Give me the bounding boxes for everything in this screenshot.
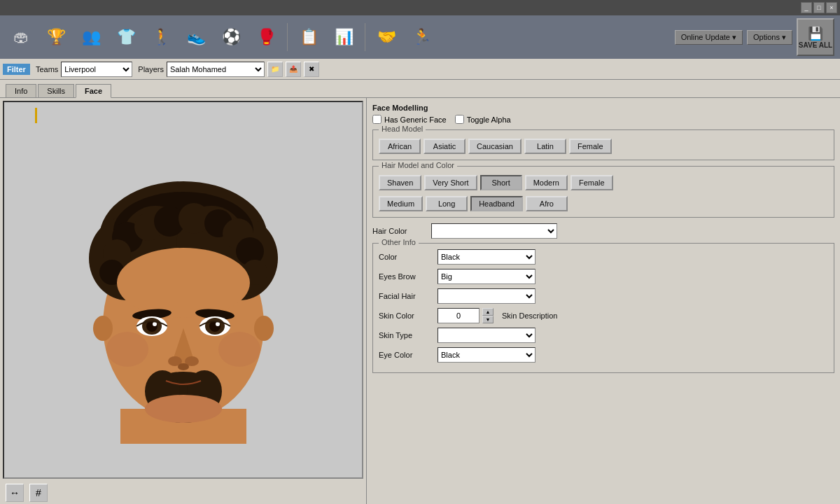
players-icon[interactable]: 👥: [76, 20, 106, 55]
tab-face[interactable]: Face: [76, 84, 111, 98]
trophy-icon[interactable]: 🏆: [41, 20, 71, 55]
delete-icon-button[interactable]: ✖: [304, 62, 319, 77]
eyes-brow-select[interactable]: Big Normal Small: [438, 269, 536, 284]
headband-btn[interactable]: Headband: [470, 196, 523, 211]
maximize-button[interactable]: □: [813, 2, 825, 13]
color-row: Color Black Brown Blonde: [379, 249, 828, 265]
svg-point-3: [93, 316, 113, 341]
short-btn[interactable]: Short: [480, 175, 522, 190]
hair-model-buttons-row2: Medium Long Headband Afro: [379, 193, 828, 211]
tab-info[interactable]: Info: [6, 84, 36, 97]
players-select[interactable]: Salah Mohamed Van Dijk Alisson: [167, 62, 265, 77]
face-options-row: Has Generic Face Toggle Alpha: [372, 115, 834, 124]
facial-hair-label: Facial Hair: [379, 292, 435, 300]
folder-icon-button[interactable]: 📁: [267, 62, 283, 77]
hair-color-row: Hair Color Black Brown Blonde: [372, 223, 834, 239]
filter-label: Filter: [3, 64, 30, 75]
face-modelling-title: Face Modelling: [372, 104, 834, 112]
eye-color-row: Eye Color Black Brown Blue Green: [379, 347, 828, 363]
svg-point-4: [254, 316, 274, 341]
svg-point-29: [153, 322, 157, 326]
skin-color-input[interactable]: [438, 308, 479, 323]
svg-point-23: [117, 248, 250, 318]
color-label: Color: [379, 253, 435, 261]
toggle-alpha-label: Toggle Alpha: [467, 115, 511, 124]
filter-bar: Filter Teams Liverpool Manchester City C…: [0, 59, 840, 80]
very-short-btn[interactable]: Very Short: [424, 175, 477, 190]
online-update-button[interactable]: Online Update ▾: [675, 30, 743, 45]
zoom-fit-button[interactable]: ↔: [6, 484, 24, 502]
latin-btn[interactable]: Latin: [524, 139, 566, 154]
toggle-alpha-checkbox[interactable]: [455, 115, 464, 124]
svg-point-36: [178, 363, 189, 370]
skin-color-spin: ▲ ▼: [482, 308, 493, 323]
other-info-group: Other Info Color Black Brown Blonde Eyes…: [372, 243, 834, 373]
eyes-brow-label: Eyes Brow: [379, 272, 435, 281]
training-icon[interactable]: 📊: [328, 20, 359, 55]
african-btn[interactable]: African: [379, 139, 421, 154]
tactics-icon[interactable]: 📋: [293, 20, 324, 55]
options-button[interactable]: Options ▾: [747, 30, 792, 45]
svg-point-33: [216, 322, 220, 326]
other-info-title: Other Info: [379, 238, 419, 246]
toggle-alpha-checkbox-item: Toggle Alpha: [455, 115, 511, 124]
players-label: Players: [138, 65, 164, 74]
skin-color-down[interactable]: ▼: [482, 316, 493, 323]
tab-skills[interactable]: Skills: [38, 84, 74, 97]
svg-point-44: [218, 332, 260, 367]
save-all-button[interactable]: 💾 SAVE ALL: [797, 18, 834, 56]
medium-btn[interactable]: Medium: [379, 196, 423, 211]
toolbar-divider2: [365, 23, 365, 51]
skin-color-up[interactable]: ▲: [482, 308, 493, 316]
eyes-brow-row: Eyes Brow Big Normal Small: [379, 269, 828, 284]
skin-color-label: Skin Color: [379, 312, 435, 320]
eye-color-select[interactable]: Black Brown Blue Green: [438, 347, 536, 363]
export-icon-button[interactable]: 📤: [286, 62, 301, 77]
person-icon[interactable]: 🚶: [146, 20, 176, 55]
ball-icon[interactable]: ⚽: [216, 20, 246, 55]
handshake-icon[interactable]: 🤝: [371, 20, 402, 55]
face-cursor: [35, 108, 37, 123]
hair-model-title: Hair Model and Color: [379, 161, 457, 169]
tab-bar: Info Skills Face: [0, 80, 840, 98]
boots-icon[interactable]: 👟: [181, 20, 211, 55]
save-all-label: SAVE ALL: [799, 41, 832, 49]
has-generic-face-checkbox-item: Has Generic Face: [372, 115, 447, 124]
face-canvas: [3, 101, 363, 479]
teams-select[interactable]: Liverpool Manchester City Chelsea: [61, 62, 132, 77]
hair-model-group: Hair Model and Color Shaven Very Short S…: [372, 166, 834, 218]
title-bar: _ □ ×: [0, 0, 840, 15]
face-svg: [64, 136, 302, 444]
color-select[interactable]: Black Brown Blonde: [438, 249, 536, 265]
asiatic-btn[interactable]: Asiatic: [424, 139, 465, 154]
grid-button[interactable]: #: [29, 484, 48, 502]
long-btn[interactable]: Long: [426, 196, 468, 211]
has-generic-face-checkbox[interactable]: [372, 115, 382, 124]
hair-color-label: Hair Color: [372, 227, 428, 235]
close-button[interactable]: ×: [826, 2, 837, 13]
hair-model-buttons-row1: Shaven Very Short Short Modern Female: [379, 172, 828, 190]
skin-color-row: Skin Color ▲ ▼ Skin Description: [379, 308, 828, 323]
coach-icon[interactable]: 🏃: [406, 20, 437, 55]
caucasian-btn[interactable]: Caucasian: [468, 139, 522, 154]
gloves-icon[interactable]: 🥊: [251, 20, 281, 55]
stadium-icon[interactable]: 🏟: [6, 20, 36, 55]
svg-point-43: [106, 332, 148, 367]
modern-btn[interactable]: Modern: [525, 175, 568, 190]
eye-color-label: Eye Color: [379, 351, 435, 359]
hair-color-select[interactable]: Black Brown Blonde: [431, 223, 557, 239]
female-head-btn[interactable]: Female: [569, 139, 612, 154]
svg-point-42: [145, 395, 222, 423]
has-generic-face-label: Has Generic Face: [384, 115, 447, 124]
facial-hair-select[interactable]: Beard Mustache: [438, 288, 536, 304]
afro-btn[interactable]: Afro: [526, 196, 568, 211]
modelling-panel: Face Modelling Has Generic Face Toggle A…: [367, 98, 840, 504]
save-icon: 💾: [808, 26, 823, 41]
skin-type-select[interactable]: Normal Dark: [438, 328, 536, 343]
minimize-button[interactable]: _: [801, 2, 812, 13]
facial-hair-row: Facial Hair Beard Mustache: [379, 288, 828, 304]
female-hair-btn[interactable]: Female: [570, 175, 613, 190]
shaven-btn[interactable]: Shaven: [379, 175, 421, 190]
shirt-icon[interactable]: 👕: [111, 20, 141, 55]
head-model-group: Head Model African Asiatic Caucasian Lat…: [372, 130, 834, 160]
